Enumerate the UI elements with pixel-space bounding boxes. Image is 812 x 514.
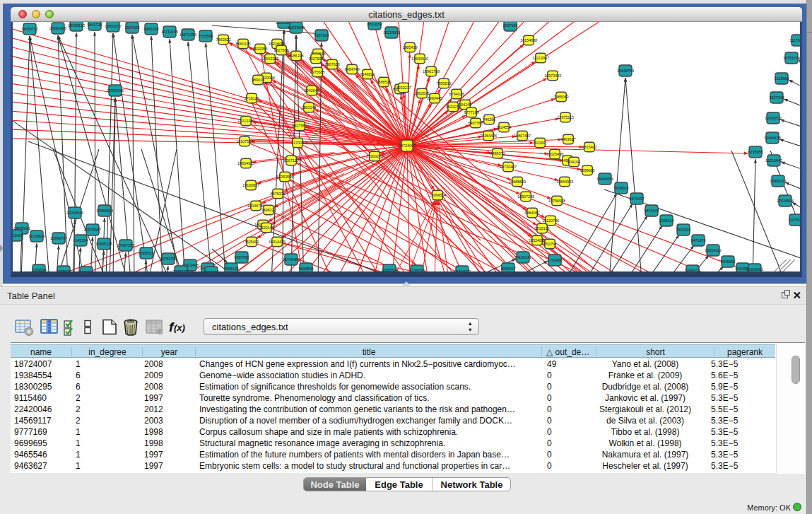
svg-text:10653257: 10653257 [105, 24, 122, 28]
svg-text:16543382: 16543382 [261, 57, 278, 61]
svg-text:6879197: 6879197 [629, 197, 644, 201]
svg-text:16782759: 16782759 [160, 257, 177, 261]
svg-text:1527602: 1527602 [124, 25, 139, 30]
svg-text:10688609: 10688609 [509, 180, 526, 184]
svg-text:17957255: 17957255 [117, 243, 134, 247]
svg-text:3520149: 3520149 [259, 226, 273, 230]
svg-text:15751074: 15751074 [783, 56, 800, 60]
svg-text:9245652: 9245652 [720, 259, 735, 264]
svg-text:7064120: 7064120 [223, 267, 238, 271]
svg-text:3624554: 3624554 [496, 125, 511, 129]
svg-text:1145194: 1145194 [73, 238, 88, 243]
svg-text:20975687: 20975687 [84, 228, 101, 232]
svg-text:8427552: 8427552 [292, 124, 307, 128]
svg-text:9777169: 9777169 [464, 110, 478, 115]
svg-text:904104: 904104 [567, 160, 580, 164]
svg-text:10654112: 10654112 [705, 248, 722, 252]
svg-text:9327505: 9327505 [308, 57, 323, 61]
svg-text:18907249: 18907249 [517, 194, 534, 199]
svg-text:12353594: 12353594 [276, 175, 293, 179]
svg-text:9129966: 9129966 [774, 76, 789, 81]
svg-text:8912954: 8912954 [252, 47, 267, 51]
svg-text:11082594: 11082594 [381, 268, 398, 271]
svg-text:7455011: 7455011 [57, 269, 71, 271]
svg-text:1362615: 1362615 [414, 91, 429, 95]
svg-text:7632621: 7632621 [676, 228, 690, 232]
svg-text:6794028: 6794028 [449, 92, 464, 96]
svg-text:9884067: 9884067 [524, 211, 539, 215]
svg-text:1588520: 1588520 [376, 80, 391, 84]
svg-text:9203411: 9203411 [79, 270, 94, 271]
svg-text:6466160: 6466160 [143, 27, 158, 31]
svg-text:1985419: 1985419 [402, 45, 417, 49]
svg-text:10807487: 10807487 [514, 134, 531, 138]
svg-text:14136141: 14136141 [514, 255, 531, 259]
svg-text:17859924: 17859924 [96, 209, 113, 213]
svg-text:19218506: 19218506 [383, 30, 400, 35]
svg-text:9457791: 9457791 [234, 255, 249, 259]
svg-text:12975115: 12975115 [557, 115, 574, 119]
svg-text:10958107: 10958107 [138, 251, 155, 255]
svg-text:746266: 746266 [483, 117, 495, 122]
svg-text:9827505: 9827505 [273, 48, 288, 52]
svg-text:(x): (x) [174, 322, 185, 333]
svg-text:12093822: 12093822 [765, 116, 782, 120]
svg-text:18724007: 18724007 [399, 144, 416, 148]
svg-text:16440954: 16440954 [596, 177, 613, 181]
svg-text:6497568: 6497568 [468, 121, 483, 125]
svg-text:417006: 417006 [291, 141, 304, 145]
svg-text:15716485: 15716485 [283, 257, 300, 262]
svg-text:20053346: 20053346 [107, 88, 124, 93]
svg-text:9474444: 9474444 [644, 209, 659, 213]
svg-text:8454749: 8454749 [344, 67, 359, 71]
svg-text:62160: 62160 [534, 141, 545, 145]
svg-text:10107554: 10107554 [236, 139, 253, 144]
svg-text:16914479: 16914479 [269, 240, 286, 244]
svg-text:7486372: 7486372 [490, 151, 505, 156]
svg-text:9641720: 9641720 [87, 23, 102, 27]
svg-text:16648764: 16648764 [617, 69, 634, 73]
svg-text:2967608: 2967608 [324, 62, 339, 66]
svg-text:7515546: 7515546 [198, 34, 213, 38]
svg-text:7955812: 7955812 [436, 81, 451, 86]
svg-text:15024033: 15024033 [454, 269, 471, 271]
svg-text:12213967: 12213967 [532, 56, 549, 60]
svg-text:2718126: 2718126 [244, 96, 259, 100]
svg-text:7663822: 7663822 [216, 37, 230, 42]
svg-text:1733426: 1733426 [547, 258, 562, 262]
svg-text:9245012: 9245012 [685, 269, 700, 271]
svg-text:12505135: 12505135 [95, 242, 112, 246]
svg-text:10973493: 10973493 [544, 74, 561, 78]
svg-text:7485063: 7485063 [553, 95, 568, 99]
svg-text:9815402: 9815402 [582, 145, 596, 149]
svg-text:1933217: 1933217 [396, 86, 411, 90]
svg-text:15720407: 15720407 [500, 165, 517, 169]
svg-text:8186328: 8186328 [288, 54, 303, 58]
svg-text:9818569: 9818569 [298, 267, 313, 271]
svg-text:2803144: 2803144 [301, 105, 316, 110]
svg-text:12942737: 12942737 [50, 236, 67, 240]
svg-text:904145: 904145 [459, 103, 471, 107]
svg-text:20987117: 20987117 [172, 269, 189, 271]
svg-text:4175520: 4175520 [409, 269, 424, 271]
svg-text:10719155: 10719155 [161, 30, 178, 34]
svg-text:19166827: 19166827 [242, 183, 259, 187]
svg-text:12203451: 12203451 [746, 267, 763, 271]
svg-text:3498222: 3498222 [261, 208, 276, 212]
svg-text:3915401: 3915401 [13, 233, 23, 238]
svg-text:3375685: 3375685 [310, 70, 324, 74]
svg-text:8215955: 8215955 [748, 150, 763, 154]
svg-text:9227343: 9227343 [769, 95, 784, 100]
svg-text:9242848: 9242848 [304, 88, 319, 93]
svg-text:2087682: 2087682 [502, 23, 517, 28]
svg-text:16120746: 16120746 [542, 218, 559, 223]
svg-text:19756928: 19756928 [548, 199, 565, 203]
svg-text:16154838: 16154838 [520, 38, 537, 42]
svg-text:10025438: 10025438 [546, 152, 563, 156]
svg-text:18339120: 18339120 [68, 23, 85, 28]
svg-text:20206526: 20206526 [66, 211, 83, 215]
svg-text:16671355: 16671355 [180, 33, 196, 37]
svg-text:15892971: 15892971 [770, 179, 787, 183]
svg-text:12444135: 12444135 [764, 136, 781, 140]
svg-text:16961758: 16961758 [423, 69, 440, 74]
